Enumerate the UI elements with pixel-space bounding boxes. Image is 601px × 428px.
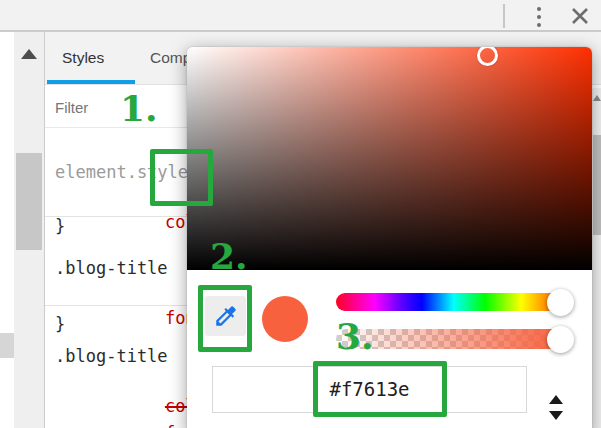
- kebab-dot: [537, 7, 541, 11]
- scroll-up-arrow-icon[interactable]: [593, 95, 601, 101]
- spinner-down-icon[interactable]: [549, 411, 563, 420]
- styles-scrollbar[interactable]: [592, 88, 601, 428]
- panel-divider: [44, 32, 45, 428]
- spinner-up-icon[interactable]: [549, 395, 563, 404]
- rule-selector[interactable]: .blog-title: [55, 345, 168, 367]
- hex-spinner: [548, 395, 564, 425]
- kebab-menu-icon[interactable]: [536, 7, 542, 27]
- annotation-step-2: 2.: [210, 238, 248, 274]
- elements-panel-edge: [0, 32, 45, 428]
- selected-color-preview[interactable]: [262, 296, 308, 342]
- tab-styles[interactable]: Styles: [62, 49, 104, 67]
- toolbar-divider: [503, 4, 505, 28]
- kebab-dot: [537, 15, 541, 19]
- annotation-box-eyedropper: [198, 285, 252, 352]
- close-icon[interactable]: [568, 4, 592, 28]
- hue-slider[interactable]: [336, 293, 562, 311]
- elements-selection-fragment: [0, 333, 14, 358]
- rule-selector[interactable]: .blog-title: [55, 257, 168, 279]
- devtools-toolbar: [0, 0, 601, 32]
- scroll-up-arrow-icon[interactable]: [21, 49, 37, 59]
- alpha-slider-knob[interactable]: [547, 326, 574, 353]
- devtools-window: Styles Computed element.style color: } .…: [0, 0, 601, 428]
- annotation-step-3: 3.: [336, 318, 374, 354]
- elements-scrollbar[interactable]: [14, 32, 44, 428]
- hue-slider-knob[interactable]: [547, 289, 574, 316]
- active-tab-underline: [47, 80, 135, 84]
- annotation-box-swatch: [150, 149, 213, 206]
- scrollbar-thumb[interactable]: [16, 153, 42, 250]
- annotation-step-1: 1.: [120, 90, 158, 126]
- scrollbar-thumb[interactable]: [593, 135, 601, 235]
- annotation-box-hex: [313, 361, 447, 417]
- kebab-dot: [537, 23, 541, 27]
- saturation-value-gradient[interactable]: [187, 47, 592, 270]
- gradient-selector-ring[interactable]: [477, 47, 498, 66]
